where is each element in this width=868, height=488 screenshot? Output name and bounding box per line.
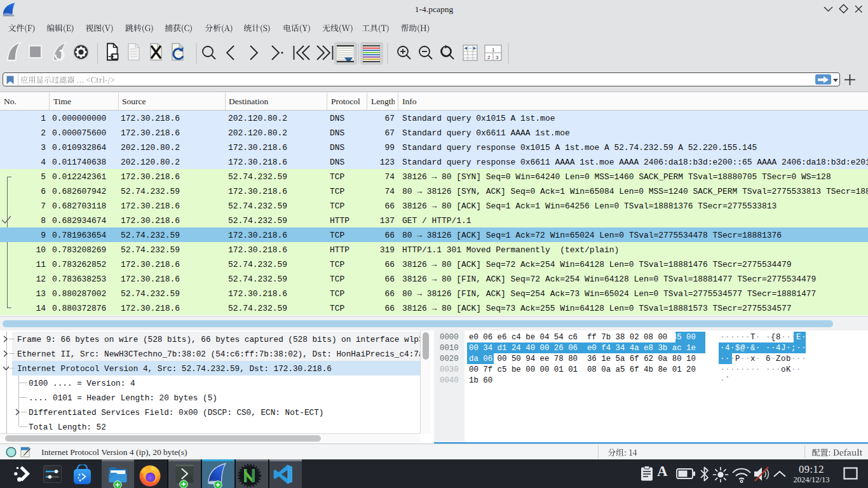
svg-text:3: 3 bbox=[496, 55, 499, 60]
svg-text:1: 1 bbox=[492, 47, 495, 53]
svg-text:2: 2 bbox=[487, 55, 491, 60]
